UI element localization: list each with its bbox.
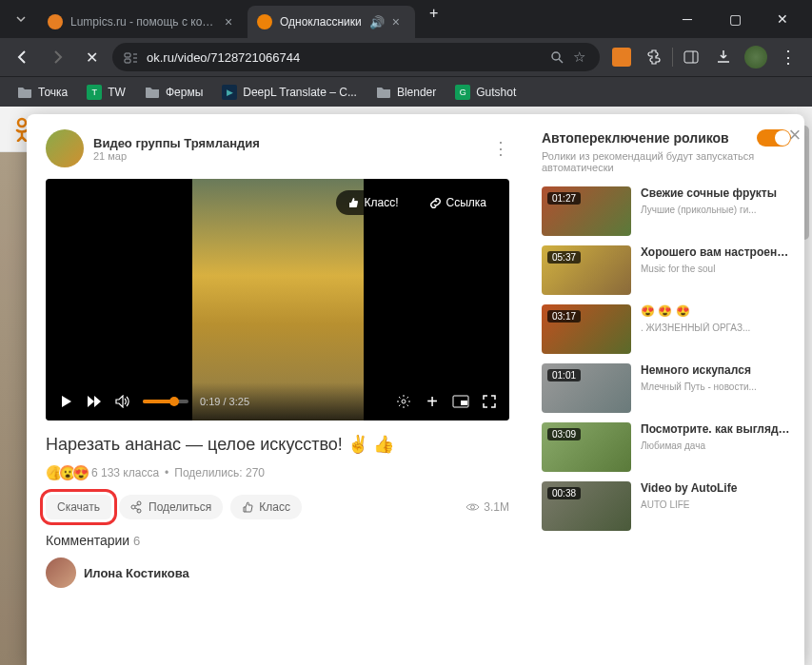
commenter-name[interactable]: Илона Костикова bbox=[84, 566, 189, 580]
tab-audio-icon[interactable]: 🔊 bbox=[369, 15, 385, 29]
author-avatar[interactable] bbox=[46, 129, 84, 167]
tab-search-button[interactable] bbox=[11, 10, 30, 29]
rec-duration: 05:37 bbox=[547, 251, 581, 264]
eye-icon bbox=[465, 502, 480, 512]
bookmark-item[interactable]: ▶ DeepL Translate – С... bbox=[214, 81, 365, 104]
bookmark-item[interactable]: Точка bbox=[10, 82, 75, 103]
overlay-link-button[interactable]: Ссылка bbox=[418, 190, 498, 215]
rec-title: Video by AutoLife bbox=[641, 481, 791, 497]
play-button[interactable] bbox=[57, 393, 74, 410]
rec-subtitle: Лучшие (прикольные) ги... bbox=[641, 205, 791, 215]
settings-button[interactable] bbox=[395, 393, 412, 410]
svg-rect-0 bbox=[125, 53, 130, 57]
reaction-icons[interactable]: 👍 😮 😍 bbox=[46, 464, 86, 481]
overlay-link-label: Ссылка bbox=[446, 196, 486, 209]
post-menu-button[interactable]: ⋮ bbox=[492, 138, 509, 159]
volume-slider[interactable] bbox=[143, 400, 188, 403]
address-bar[interactable]: ok.ru/video/7128721066744 ☆ bbox=[112, 43, 600, 71]
recommendation-item[interactable]: 00:38 Video by AutoLife AUTO LIFE bbox=[542, 481, 791, 531]
post-date: 21 мар bbox=[93, 150, 260, 162]
bookmark-item[interactable]: Фермы bbox=[137, 82, 210, 103]
close-button[interactable]: ✕ bbox=[761, 4, 804, 34]
video-player[interactable]: Класс! Ссылка 0:19 / 3:25 + bbox=[46, 179, 509, 421]
favicon-icon bbox=[48, 14, 63, 29]
folder-icon bbox=[145, 86, 160, 99]
extensions-button[interactable] bbox=[640, 43, 668, 71]
minimize-button[interactable]: ─ bbox=[665, 4, 709, 34]
commenter-avatar[interactable] bbox=[46, 557, 76, 588]
recommendation-item[interactable]: 01:27 Свежие сочные фрукты Лучшие (прико… bbox=[542, 186, 791, 236]
new-tab-button[interactable]: + bbox=[421, 0, 447, 27]
folder-icon bbox=[376, 86, 391, 99]
rec-subtitle: AUTO LIFE bbox=[641, 499, 791, 510]
add-button[interactable]: + bbox=[424, 393, 441, 410]
overlay-class-button[interactable]: Класс! bbox=[336, 190, 410, 215]
favicon-icon: T bbox=[87, 85, 102, 100]
rec-thumbnail: 01:27 bbox=[542, 186, 631, 236]
menu-button[interactable]: ⋮ bbox=[774, 43, 802, 71]
bookmark-item[interactable]: G Gutshot bbox=[447, 81, 524, 104]
fullscreen-button[interactable] bbox=[481, 393, 498, 410]
toolbar-separator bbox=[672, 48, 673, 67]
rec-subtitle: Любимая дача bbox=[641, 440, 791, 451]
tab-title: Одноклассники bbox=[280, 15, 362, 29]
back-button[interactable] bbox=[10, 44, 36, 70]
side-panel-button[interactable] bbox=[677, 43, 705, 71]
rec-thumbnail: 05:37 bbox=[542, 245, 631, 295]
rec-title: Хорошего вам настроения! 😄 😄 😄 bbox=[641, 245, 791, 261]
class-button[interactable]: Класс bbox=[230, 495, 302, 519]
autoplay-label: Автопереключение роликов bbox=[542, 130, 729, 146]
rec-thumbnail: 00:38 bbox=[542, 481, 631, 531]
rec-thumbnail: 01:01 bbox=[542, 363, 631, 413]
comment-item[interactable]: Илона Костикова bbox=[46, 557, 509, 588]
rec-subtitle: Млечный Путь - новости... bbox=[641, 381, 791, 392]
bookmark-star-icon[interactable]: ☆ bbox=[573, 49, 588, 65]
volume-button[interactable] bbox=[114, 393, 131, 410]
modal-close-button[interactable]: × bbox=[782, 122, 808, 148]
svg-rect-1 bbox=[125, 59, 130, 63]
maximize-button[interactable]: ▢ bbox=[713, 4, 757, 34]
download-button[interactable]: Скачать bbox=[46, 495, 111, 519]
browser-toolbar: ✕ ok.ru/video/7128721066744 ☆ ⋮ bbox=[0, 38, 812, 76]
folder-icon bbox=[17, 86, 32, 99]
post-header: Видео группы Трямландия 21 мар ⋮ bbox=[46, 129, 509, 167]
extension-icon[interactable] bbox=[607, 43, 636, 71]
rec-title: Свежие сочные фрукты bbox=[641, 186, 791, 202]
video-title: Нарезать ананас — целое искусство! ✌️ 👍 bbox=[46, 434, 509, 455]
bookmark-label: Blender bbox=[397, 86, 436, 99]
thumbs-up-icon bbox=[242, 501, 254, 514]
recommendation-item[interactable]: 01:01 Немного искупался Млечный Путь - н… bbox=[542, 363, 791, 413]
recommendation-item[interactable]: 05:37 Хорошего вам настроения! 😄 😄 😄 Mus… bbox=[542, 245, 791, 295]
likes-count[interactable]: 6 133 класса bbox=[91, 466, 159, 479]
search-icon-omnibox[interactable] bbox=[550, 49, 565, 65]
recommendation-item[interactable]: 03:09 Посмотрите. как выглядит... Любима… bbox=[542, 422, 791, 472]
downloads-button[interactable] bbox=[709, 43, 738, 71]
forward-button[interactable] bbox=[44, 44, 70, 70]
views-count: 3.1M bbox=[465, 500, 509, 514]
svg-rect-23 bbox=[461, 401, 467, 405]
close-icon[interactable]: × bbox=[225, 15, 238, 29]
recommendation-item[interactable]: 03:17 😍 😍 😍 . ЖИЗНЕННЫЙ ОРГАЗ... bbox=[542, 304, 791, 354]
bookmark-item[interactable]: T TW bbox=[79, 81, 133, 104]
tab-strip: Lumpics.ru - помощь с компью × Однокласс… bbox=[38, 0, 665, 38]
video-time: 0:19 / 3:25 bbox=[200, 396, 249, 407]
rec-thumbnail: 03:09 bbox=[542, 422, 631, 472]
tab-active[interactable]: Одноклассники 🔊 × bbox=[248, 6, 415, 38]
next-button[interactable] bbox=[86, 393, 103, 410]
pip-button[interactable] bbox=[452, 393, 469, 410]
rec-thumbnail: 03:17 bbox=[542, 304, 631, 354]
bookmark-item[interactable]: Blender bbox=[368, 82, 444, 103]
comments-header: Комментарии 6 bbox=[46, 533, 509, 548]
share-button[interactable]: Поделиться bbox=[119, 495, 223, 519]
close-icon[interactable]: × bbox=[392, 15, 406, 29]
share-icon bbox=[130, 500, 144, 514]
profile-button[interactable] bbox=[742, 43, 770, 71]
action-row: Скачать Поделиться Класс 3.1M bbox=[46, 495, 509, 519]
tab-inactive[interactable]: Lumpics.ru - помощь с компью × bbox=[38, 6, 248, 38]
stop-button[interactable]: ✕ bbox=[78, 44, 105, 70]
bookmark-label: Gutshot bbox=[476, 86, 516, 99]
shares-count[interactable]: Поделились: 270 bbox=[174, 466, 265, 479]
recommendations-list: 01:27 Свежие сочные фрукты Лучшие (прико… bbox=[542, 186, 791, 531]
author-name[interactable]: Видео группы Трямландия bbox=[93, 136, 260, 150]
site-settings-icon[interactable] bbox=[124, 49, 139, 65]
